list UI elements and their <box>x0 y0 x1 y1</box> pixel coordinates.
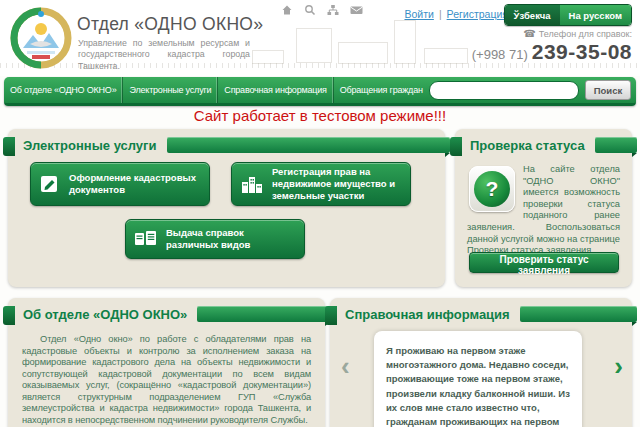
status-ribbon: Проверка статуса <box>455 134 632 156</box>
search-button[interactable]: Поиск <box>585 80 632 100</box>
button-label: Выдача справок различных видов <box>166 227 296 251</box>
carousel-next-icon[interactable]: › <box>614 353 623 379</box>
nav-item-about[interactable]: Об отделе «ОДНО ОКНО» <box>4 77 122 103</box>
certificates-icon <box>134 229 158 249</box>
lang-uzbek-button[interactable]: Ўзбекча <box>505 5 560 25</box>
ribbon-bar <box>197 306 330 322</box>
nav-item-reference[interactable]: Справочная информация <box>217 77 332 103</box>
sitemap-icon[interactable] <box>327 4 339 16</box>
register-link[interactable]: Регистрация <box>447 8 508 20</box>
about-title: Об отделе «ОДНО ОКНО» <box>8 307 197 322</box>
utility-icons <box>281 4 363 16</box>
ribbon-bar <box>520 306 637 322</box>
reference-ribbon: Справочная информация <box>330 303 632 325</box>
eservices-title: Электронные услуги <box>8 138 167 153</box>
phone-icon: ☎ <box>523 28 535 39</box>
ribbon-bar <box>595 137 637 153</box>
main-nav: Об отделе «ОДНО ОКНО» Электронные услуги… <box>4 77 636 106</box>
reference-panel: Справочная информация ‹ Я проживаю на пе… <box>330 298 632 427</box>
phone-code: (+998 71) <box>472 47 528 62</box>
search-icon[interactable] <box>304 4 316 16</box>
eservices-panel: Электронные услуги Оформление кадастровы… <box>8 129 445 287</box>
mail-icon[interactable] <box>350 4 363 16</box>
about-ribbon: Об отделе «ОДНО ОКНО» <box>8 303 325 325</box>
auth-divider: | <box>439 8 442 20</box>
test-mode-notice: Сайт работает в тестовом режиме!!! <box>0 107 640 124</box>
reference-title: Справочная информация <box>330 307 520 322</box>
reference-card: Я проживаю на первом этаже многоэтажного… <box>374 331 582 427</box>
header: Отдел «ОДНО ОКНО» Управление по земельны… <box>0 0 640 76</box>
building-icon <box>240 173 264 195</box>
ribbon-bar <box>167 137 450 153</box>
phone-number: 239-35-08 <box>532 40 632 63</box>
carousel-prev-icon[interactable]: ‹ <box>341 353 350 379</box>
eservices-ribbon: Электронные услуги <box>8 134 445 156</box>
nav-item-eservices[interactable]: Электронные услуги <box>122 77 217 103</box>
site-subtitle: Управление по земельным ресурсам и госуд… <box>78 38 250 72</box>
status-body: ? На сайте отдела "ОДНО ОКНО" имеется во… <box>455 156 632 257</box>
search-input[interactable] <box>429 81 579 100</box>
reference-card-text: Я проживаю на первом этаже многоэтажного… <box>386 344 570 427</box>
nav-item-appeals[interactable]: Обращения граждан <box>333 77 429 103</box>
city-sketch-decoration <box>394 20 416 64</box>
question-mark-icon: ? <box>469 166 515 212</box>
edit-document-icon <box>39 173 61 195</box>
phone-caption: ☎Телефон для справок: <box>472 28 632 39</box>
city-sketch-decoration <box>338 42 388 64</box>
page: Отдел «ОДНО ОКНО» Управление по земельны… <box>0 0 640 427</box>
about-panel: Об отделе «ОДНО ОКНО» Отдел «Одно окно» … <box>8 298 325 427</box>
home-icon[interactable] <box>281 4 293 16</box>
rights-registration-button[interactable]: Регистрация прав на недвижимое имущество… <box>231 162 411 206</box>
language-switch: Ўзбекча На русском <box>504 4 632 26</box>
check-status-button[interactable]: Проверить статус заявления <box>469 252 619 273</box>
site-title: Отдел «ОДНО ОКНО» <box>77 14 263 35</box>
status-check-panel: Проверка статуса ? На сайте отдела "ОДНО… <box>455 129 632 287</box>
login-link[interactable]: Войти <box>404 8 433 20</box>
lang-russian-button[interactable]: На русском <box>560 5 631 25</box>
city-sketch-decoration <box>296 28 332 63</box>
phone-number-row: (+998 71)239-35-08 <box>472 40 632 64</box>
city-sketch-decoration <box>252 50 284 64</box>
button-label: Оформление кадастровых документов <box>69 172 201 196</box>
button-label: Регистрация прав на недвижимое имущество… <box>272 166 402 202</box>
cadastral-documents-button[interactable]: Оформление кадастровых документов <box>30 162 210 206</box>
city-sketch-decoration <box>424 48 468 64</box>
status-title: Проверка статуса <box>455 138 595 153</box>
phone-block: ☎Телефон для справок: (+998 71)239-35-08 <box>472 28 632 64</box>
auth-links: Войти|Регистрация <box>404 8 508 20</box>
certificates-button[interactable]: Выдача справок различных видов <box>125 219 305 259</box>
uzbekistan-emblem-logo <box>10 7 72 69</box>
about-text: Отдел «Одно окно» по работе с обладателя… <box>8 325 325 426</box>
